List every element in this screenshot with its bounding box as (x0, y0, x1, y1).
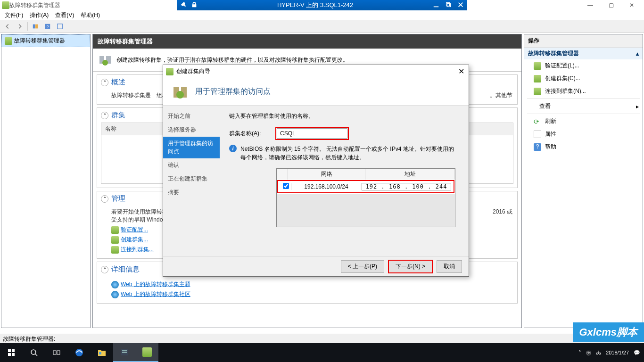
svg-rect-3 (33, 25, 35, 29)
action-help[interactable]: ?帮助 (524, 140, 643, 153)
detail-title: 详细信息 (111, 265, 140, 274)
actions-sub: 故障转移群集管理器 ▴ (524, 48, 643, 59)
tray-notification-icon[interactable]: 💬 (634, 350, 640, 356)
taskview-button[interactable] (45, 343, 68, 362)
menu-file[interactable]: 文件(F) (2, 10, 26, 20)
menubar: 文件(F) 操作(A) 查看(V) 帮助(H) (0, 10, 644, 20)
search-button[interactable] (23, 343, 45, 362)
win-minimize[interactable]: — (580, 0, 601, 10)
wizard-banner-title: 用于管理群集的访问点 (195, 87, 271, 97)
action-validate[interactable]: 验证配置(L)... (524, 59, 643, 72)
help-icon: ? (534, 143, 541, 151)
chevron-up-icon[interactable]: ˄ (101, 112, 108, 119)
pin-icon[interactable] (181, 1, 187, 9)
collapse-icon[interactable]: ▴ (636, 50, 639, 57)
cluster-icon (5, 37, 12, 45)
menu-action[interactable]: 操作(A) (27, 10, 51, 20)
address-value[interactable]: 192 . 168 . 100 . 244 (362, 183, 451, 190)
statusbar: 故障转移群集管理器: (0, 334, 644, 343)
wizard-content: 键入要在管理群集时使用的名称。 群集名称(A): i NetBIOS 名称限制为… (220, 106, 469, 256)
svg-rect-23 (98, 350, 101, 351)
wizard-prompt: 键入要在管理群集时使用的名称。 (229, 112, 459, 120)
action-connect[interactable]: 连接到群集(N)... (524, 85, 643, 98)
nav-step-5[interactable]: 摘要 (163, 186, 220, 199)
chevron-up-icon[interactable]: ˄ (101, 79, 108, 86)
tray-up-icon[interactable]: ˄ (578, 350, 581, 356)
network-table: 网络 地址 192.168.100.0/24 192 . 168 . 100 .… (276, 168, 455, 227)
connect-icon (534, 88, 541, 95)
svg-point-10 (102, 60, 108, 66)
cluster-icon (2, 1, 9, 9)
start-button[interactable] (0, 343, 23, 362)
forward-button[interactable] (14, 21, 25, 32)
prev-button[interactable]: < 上一步(P) (341, 260, 384, 273)
nav-step-2[interactable]: 用于管理群集的访问点 (163, 137, 220, 158)
chevron-right-icon: ▸ (636, 103, 639, 110)
action-create[interactable]: 创建群集(C)... (524, 72, 643, 85)
tray-network-icon[interactable]: 🖧 (596, 350, 601, 355)
cancel-button[interactable]: 取消 (437, 260, 462, 273)
col-network: 网络 (288, 169, 365, 180)
win-close[interactable]: ✕ (621, 0, 642, 10)
nav-step-3[interactable]: 确认 (163, 158, 220, 172)
app-title: 故障转移群集管理器 (9, 1, 60, 9)
network-checkbox[interactable] (283, 183, 289, 189)
restore-icon[interactable] (445, 1, 452, 9)
close-icon[interactable] (457, 1, 464, 9)
refresh-button[interactable] (54, 21, 66, 32)
wizard-dialog: 创建群集向导 ✕ 用于管理群集的访问点 开始之前 选择服务器 用于管理群集的访问… (163, 65, 469, 277)
action-refresh[interactable]: ⟳刷新 (524, 115, 643, 128)
wizard-title-text: 创建群集向导 (176, 67, 210, 75)
action-view[interactable]: 查看▸ (524, 100, 643, 113)
cluster-manager-button[interactable] (136, 343, 158, 362)
tray-date[interactable]: 2018/1/27 (606, 350, 629, 355)
validate-icon (534, 62, 541, 70)
lock-icon (191, 1, 198, 9)
nav-step-1[interactable]: 选择服务器 (163, 123, 220, 137)
svg-rect-2 (447, 3, 450, 7)
home-button[interactable] (30, 21, 41, 32)
actions-header: 操作 (524, 34, 643, 48)
cluster-name-input[interactable] (277, 128, 347, 139)
link-web-community[interactable]: Web 上的故障转移群集社区 (111, 290, 512, 298)
wizard-icon (166, 68, 173, 75)
back-button[interactable] (2, 21, 13, 32)
svg-rect-20 (57, 351, 60, 354)
svg-rect-4 (35, 25, 38, 29)
win-maximize[interactable]: ▢ (601, 0, 621, 10)
svg-rect-14 (8, 349, 11, 352)
svg-point-13 (176, 91, 184, 99)
cluster-big-icon (98, 52, 113, 67)
wizard-close-icon[interactable]: ✕ (456, 67, 466, 76)
link-web-topic[interactable]: Web 上的故障转移群集主题 (111, 280, 512, 288)
ie-button[interactable] (68, 343, 91, 362)
vm-title: HYPER-V 上的 3.SQL1-242 (277, 1, 353, 9)
explorer-button[interactable] (91, 343, 113, 362)
watermark: Gxlcms脚本 (573, 322, 644, 342)
menu-help[interactable]: 帮助(H) (78, 10, 103, 20)
create-icon (111, 236, 119, 244)
nav-step-0[interactable]: 开始之前 (163, 109, 220, 123)
globe-icon (111, 291, 119, 298)
nav-step-4[interactable]: 正在创建新群集 (163, 172, 220, 186)
refresh-icon: ⟳ (534, 118, 541, 125)
minimize-icon[interactable] (433, 1, 439, 9)
svg-rect-7 (58, 24, 63, 29)
tray-ime-icon[interactable]: ㊥ (586, 349, 591, 356)
tree-panel: 故障转移群集管理器 (1, 34, 91, 328)
server-manager-button[interactable] (113, 343, 136, 362)
action-properties[interactable]: 属性 (524, 128, 643, 140)
next-button[interactable]: 下一步(N) > (388, 260, 433, 273)
wizard-nav: 开始之前 选择服务器 用于管理群集的访问点 确认 正在创建新群集 摘要 (163, 106, 220, 256)
overview-title: 概述 (111, 78, 125, 87)
globe-icon (111, 281, 119, 288)
info-icon: i (229, 145, 237, 152)
help-button[interactable]: ? (42, 21, 53, 32)
center-header: 故障转移群集管理器 (93, 34, 521, 49)
svg-rect-27 (122, 352, 127, 353)
svg-rect-26 (122, 350, 127, 351)
chevron-up-icon[interactable]: ˄ (101, 195, 108, 203)
menu-view[interactable]: 查看(V) (52, 10, 77, 20)
tree-root[interactable]: 故障转移群集管理器 (1, 34, 90, 47)
chevron-up-icon[interactable]: ˄ (101, 266, 108, 273)
